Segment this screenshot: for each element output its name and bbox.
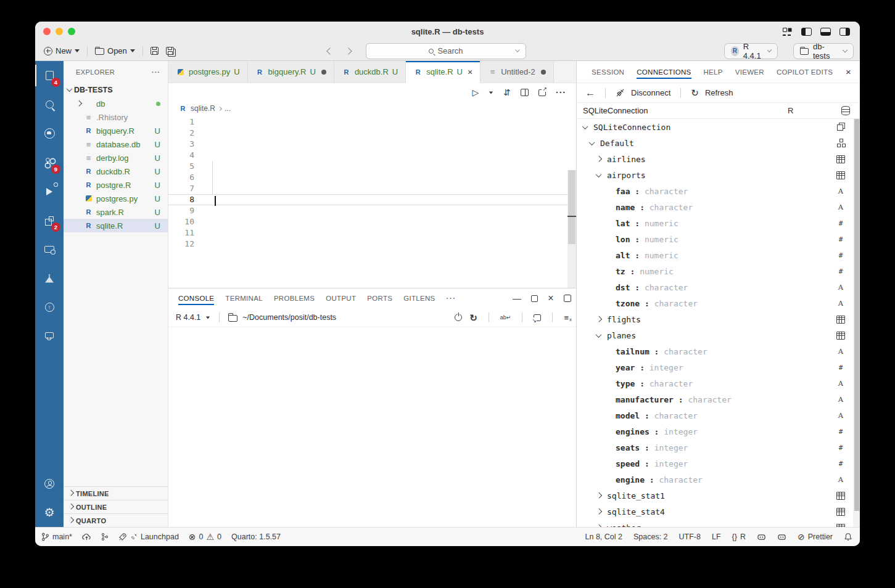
git-branch-item[interactable]: main* bbox=[41, 533, 72, 541]
save-button[interactable] bbox=[147, 47, 162, 55]
minimize-panel-icon[interactable]: — bbox=[513, 293, 521, 303]
sidebar-item-testing[interactable] bbox=[35, 264, 64, 293]
toggle-secondary-sidebar-icon[interactable] bbox=[839, 28, 850, 36]
language-mode-item[interactable]: {} R bbox=[732, 533, 746, 541]
workspace-root-row[interactable]: DB-TESTS bbox=[64, 83, 168, 97]
panel-tab[interactable]: CONSOLE bbox=[178, 288, 214, 308]
connection-tree-row[interactable]: lat : numeric bbox=[577, 215, 860, 231]
interpreter-selector[interactable]: R R 4.4.1 bbox=[724, 43, 778, 59]
connection-tree-row[interactable]: tzone : character bbox=[577, 295, 860, 311]
file-tree-item[interactable]: derby.log U bbox=[64, 151, 168, 165]
accounts-button[interactable] bbox=[35, 469, 64, 498]
sidebar-section-header[interactable]: TIMELINE bbox=[64, 486, 168, 500]
save-all-button[interactable] bbox=[162, 47, 179, 55]
connection-tree-row[interactable]: engines : integer bbox=[577, 423, 860, 439]
file-tree-item[interactable]: duckdb.R U bbox=[64, 165, 168, 178]
editor-more-actions-icon[interactable]: ··· bbox=[556, 88, 566, 97]
connection-tree-row[interactable]: speed : integer bbox=[577, 455, 860, 472]
connection-header-row[interactable]: SQLiteConnection R bbox=[577, 103, 860, 119]
secondary-tab[interactable]: COPILOT EDITS bbox=[777, 61, 833, 83]
connection-tree-row[interactable]: airports bbox=[577, 167, 860, 183]
customize-layout-icon[interactable] bbox=[782, 28, 793, 36]
panel-tab[interactable]: PORTS bbox=[367, 288, 392, 308]
file-tree-item[interactable]: spark.R U bbox=[64, 205, 168, 219]
connections-scrollbar[interactable] bbox=[853, 119, 860, 527]
sidebar-item-publish[interactable]: ↑ bbox=[35, 293, 64, 322]
file-tree-item[interactable]: db bbox=[64, 97, 168, 110]
cursor-position-item[interactable]: Ln 8, Col 2 bbox=[585, 533, 622, 541]
connection-tree-row[interactable]: alt : numeric bbox=[577, 247, 860, 263]
expand-chevron-icon[interactable] bbox=[596, 332, 602, 338]
encoding-item[interactable]: UTF-8 bbox=[679, 533, 701, 541]
disconnect-button[interactable]: Disconnect bbox=[631, 88, 670, 97]
explorer-more-actions-icon[interactable]: ··· bbox=[152, 68, 160, 76]
panel-more-tabs-icon[interactable]: ··· bbox=[447, 295, 456, 302]
connection-tree-row[interactable]: dst : character bbox=[577, 279, 860, 295]
minimize-window-button[interactable] bbox=[56, 28, 63, 35]
editor-tab[interactable]: sqlite.R U × bbox=[406, 61, 480, 83]
chevron-down-icon[interactable] bbox=[206, 316, 210, 319]
sidebar-item-comments[interactable] bbox=[35, 322, 64, 351]
quarto-version-item[interactable]: Quarto: 1.5.57 bbox=[231, 533, 281, 541]
split-editor-icon[interactable] bbox=[521, 89, 529, 96]
editor-scrollbar[interactable] bbox=[567, 170, 576, 288]
file-tree-item[interactable]: postgres.py U bbox=[64, 192, 168, 205]
code-editor[interactable]: 1 2 bbox=[168, 115, 576, 288]
secondary-tab[interactable]: VIEWER bbox=[735, 61, 764, 83]
close-panel-icon[interactable]: × bbox=[846, 67, 851, 77]
connection-tree-row[interactable]: manufacturer : character bbox=[577, 391, 860, 407]
connection-tree-row[interactable]: flights bbox=[577, 311, 860, 327]
panel-tab[interactable]: OUTPUT bbox=[326, 288, 356, 308]
open-in-window-icon[interactable] bbox=[538, 89, 546, 96]
workspace-selector[interactable]: db-tests bbox=[793, 43, 854, 59]
sidebar-item-search[interactable] bbox=[35, 90, 64, 119]
copilot-secondary-item[interactable] bbox=[777, 533, 786, 541]
console-output[interactable] bbox=[168, 327, 576, 527]
zoom-window-button[interactable] bbox=[68, 28, 75, 35]
secondary-tab[interactable]: CONNECTIONS bbox=[637, 61, 691, 83]
open-button[interactable]: Open bbox=[91, 46, 139, 55]
settings-button[interactable]: ⚙ bbox=[35, 498, 64, 527]
connection-tree-row[interactable]: year : integer bbox=[577, 359, 860, 375]
navigate-forward-icon[interactable] bbox=[345, 47, 352, 54]
run-button[interactable]: ▷ bbox=[472, 88, 479, 97]
problems-item[interactable]: ⊗ 0 ⚠ 0 bbox=[189, 533, 221, 541]
expand-chevron-icon[interactable] bbox=[589, 139, 595, 145]
scrollbar-thumb[interactable] bbox=[854, 119, 859, 511]
toggle-panel-icon[interactable] bbox=[820, 28, 831, 36]
editor-tab[interactable]: Untitled-2 bbox=[480, 61, 554, 83]
connection-tree-row[interactable]: name : character bbox=[577, 199, 860, 215]
editor-tab[interactable]: bigquery.R U bbox=[248, 61, 334, 83]
notifications-item[interactable] bbox=[844, 533, 852, 541]
clear-console-icon[interactable]: ≡ bbox=[564, 313, 569, 322]
panel-tab[interactable]: TERMINAL bbox=[225, 288, 263, 308]
editor-tab[interactable]: duckdb.R U bbox=[334, 61, 406, 83]
connection-tree-row[interactable]: tz : numeric bbox=[577, 263, 860, 279]
expand-chevron-icon[interactable] bbox=[582, 123, 588, 129]
console-working-directory[interactable]: ~/Documents/posit/db-tests bbox=[242, 313, 336, 322]
sidebar-item-explorer[interactable]: 4 bbox=[35, 61, 64, 90]
expand-chevron-icon[interactable] bbox=[596, 492, 602, 498]
connection-tree-row[interactable]: faa : character bbox=[577, 183, 860, 199]
new-button[interactable]: New bbox=[40, 46, 83, 55]
float-panel-icon[interactable] bbox=[531, 295, 538, 302]
shutdown-console-icon[interactable] bbox=[455, 314, 462, 321]
toggle-primary-sidebar-icon[interactable] bbox=[801, 28, 812, 36]
connection-tree-row[interactable]: seats : integer bbox=[577, 439, 860, 455]
connection-tree-row[interactable]: Default bbox=[577, 135, 860, 151]
sidebar-item-remote-explorer[interactable] bbox=[35, 235, 64, 264]
secondary-tab[interactable]: SESSION bbox=[592, 61, 624, 83]
word-wrap-icon[interactable]: ab↵ bbox=[500, 314, 511, 321]
sidebar-item-run-debug[interactable] bbox=[35, 177, 64, 206]
file-tree-item[interactable]: .Rhistory bbox=[64, 110, 168, 124]
expand-chevron-icon[interactable] bbox=[596, 171, 602, 178]
scrollbar-thumb[interactable] bbox=[568, 170, 575, 244]
file-tree-item[interactable]: database.db U bbox=[64, 137, 168, 151]
sidebar-section-header[interactable]: OUTLINE bbox=[64, 500, 168, 513]
connection-tree-row[interactable]: planes bbox=[577, 327, 860, 343]
prettier-item[interactable]: ⊘ Prettier bbox=[798, 533, 833, 541]
file-tree-item[interactable]: sqlite.R U bbox=[64, 219, 168, 232]
restart-console-icon[interactable]: ↻ bbox=[469, 313, 477, 322]
navigate-back-icon[interactable] bbox=[326, 47, 333, 54]
expand-chevron-icon[interactable] bbox=[596, 155, 602, 161]
